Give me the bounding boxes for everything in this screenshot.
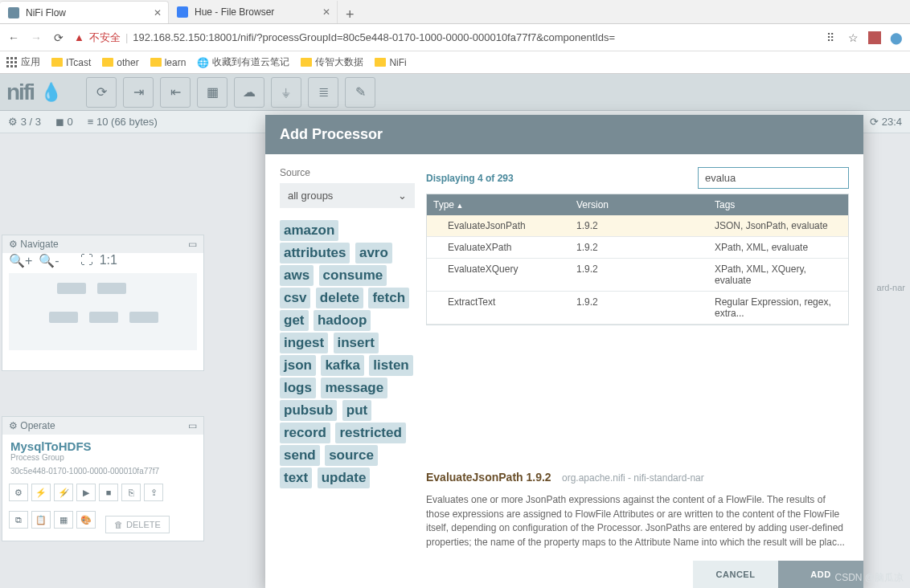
col-version[interactable]: Version (570, 194, 708, 215)
cancel-button[interactable]: CANCEL (693, 561, 778, 588)
copy-icon[interactable]: ⧉ (9, 511, 28, 529)
tag-ingest[interactable]: ingest (280, 333, 328, 353)
start-icon[interactable]: ▶ (76, 484, 96, 501)
enable-icon[interactable]: ⚡ (31, 484, 51, 501)
bookmark-itcast[interactable]: ITcast (51, 57, 91, 68)
tab-title: NiFi Flow (26, 7, 66, 18)
url-field[interactable]: ▲ 不安全 | 192.168.52.150:18001/nifi/?proce… (74, 31, 815, 45)
bookmark-learn[interactable]: learn (150, 57, 187, 68)
template-icon[interactable]: ⎘ (121, 484, 141, 501)
tag-avro[interactable]: avro (355, 243, 392, 263)
tag-source[interactable]: source (325, 445, 378, 466)
tag-send[interactable]: send (280, 445, 320, 466)
bookmark-other[interactable]: other (102, 57, 138, 68)
disable-icon[interactable]: ⚡̸ (54, 484, 73, 501)
table-row[interactable]: EvaluateJsonPath1.9.2JSON, JsonPath, eva… (427, 215, 848, 237)
actual-icon[interactable]: 1:1 (100, 253, 117, 268)
tag-restricted[interactable]: restricted (335, 423, 405, 443)
tag-update[interactable]: update (318, 468, 371, 488)
star-icon[interactable]: ☆ (846, 31, 860, 44)
tag-consume[interactable]: consume (319, 265, 387, 286)
fit-icon[interactable]: ⛶ (80, 253, 93, 268)
zoom-in-icon[interactable]: 🔍+ (9, 253, 32, 268)
zoom-out-icon[interactable]: 🔍- (39, 253, 59, 268)
nar-hint: ard-nar (877, 283, 905, 292)
stopped-count: ◼ 0 (55, 116, 73, 128)
result-count: Displaying 4 of 293 (426, 173, 514, 184)
tag-logs[interactable]: logs (280, 378, 316, 398)
new-tab-button[interactable]: + (338, 6, 363, 23)
paste-icon[interactable]: 📋 (31, 511, 51, 529)
watermark: CSDN @脑瓜凉 (834, 571, 904, 585)
color-icon[interactable]: 🎨 (76, 511, 96, 529)
browser-tab-nifi[interactable]: NiFi Flow ✕ (0, 1, 169, 23)
close-icon[interactable]: ✕ (154, 7, 162, 18)
tag-text[interactable]: text (280, 468, 312, 488)
upload-icon[interactable]: ⇪ (144, 484, 163, 501)
bookmark-nifi[interactable]: NiFi (375, 57, 406, 68)
apps-button[interactable]: 应用 (6, 55, 40, 69)
configure-icon[interactable]: ⚙ (9, 484, 28, 501)
processor-icon[interactable]: ⟳ (86, 77, 117, 108)
browser-tab-hue[interactable]: Hue - File Browser ✕ (169, 1, 338, 23)
tag-aws[interactable]: aws (280, 265, 314, 286)
table-row[interactable]: EvaluateXPath1.9.2XPath, XML, evaluate (427, 237, 848, 259)
bookmark-youdao[interactable]: 🌐收藏到有道云笔记 (197, 55, 289, 69)
col-tags[interactable]: Tags (708, 194, 848, 215)
tag-attributes[interactable]: attributes (280, 243, 350, 263)
tag-fetch[interactable]: fetch (368, 288, 409, 308)
bookmark-bigdata[interactable]: 传智大数据 (301, 55, 363, 69)
delete-button[interactable]: 🗑 DELETE (105, 516, 170, 533)
stop-icon[interactable]: ■ (99, 484, 118, 501)
group-icon[interactable]: ▦ (54, 511, 73, 529)
input-port-icon[interactable]: ⇥ (123, 77, 154, 108)
tag-insert[interactable]: insert (334, 333, 379, 353)
svg-rect-0 (6, 57, 9, 59)
label-icon[interactable]: ✎ (345, 77, 375, 108)
process-group-icon[interactable]: ▦ (197, 77, 228, 108)
table-row[interactable]: ExtractText1.9.2Regular Expression, rege… (427, 292, 848, 325)
gear-icon[interactable]: ⚙ Navigate (9, 239, 59, 250)
tag-message[interactable]: message (321, 378, 387, 398)
nifi-toolbar: nifi 💧 ⟳ ⇥ ⇤ ▦ ☁ ⏚ ≣ ✎ (0, 74, 910, 111)
drop-icon: 💧 (40, 82, 62, 103)
table-row[interactable]: EvaluateXQuery1.9.2XPath, XML, XQuery, e… (427, 259, 848, 292)
tag-kafka[interactable]: kafka (321, 355, 363, 376)
tag-csv[interactable]: csv (280, 288, 310, 308)
process-group-name: MysqlToHDFS (10, 439, 195, 453)
remote-group-icon[interactable]: ☁ (234, 77, 264, 108)
tag-pubsub[interactable]: pubsub (280, 400, 337, 421)
collapse-icon[interactable]: ▭ (188, 239, 197, 250)
col-type[interactable]: Type (427, 194, 570, 215)
translate-icon[interactable]: ⠿ (823, 31, 838, 44)
add-processor-dialog: Add Processor Source all groups ⌄ amazon… (265, 115, 863, 588)
tag-hadoop[interactable]: hadoop (314, 310, 371, 331)
tab-title: Hue - File Browser (195, 6, 274, 18)
tag-amazon[interactable]: amazon (280, 220, 338, 241)
funnel-icon[interactable]: ⏚ (271, 77, 301, 108)
forward-icon[interactable]: → (29, 31, 43, 44)
tag-delete[interactable]: delete (316, 288, 363, 308)
tag-json[interactable]: json (280, 355, 316, 376)
filter-input[interactable] (698, 167, 849, 189)
back-icon[interactable]: ← (6, 31, 21, 44)
refresh-icon[interactable]: ⟳ 23:4 (870, 116, 902, 128)
profile-icon[interactable]: ⬤ (889, 31, 904, 44)
output-port-icon[interactable]: ⇤ (160, 77, 191, 108)
warning-icon: ▲ (74, 31, 84, 43)
extension-icon[interactable] (868, 31, 881, 44)
source-dropdown[interactable]: all groups ⌄ (280, 183, 415, 208)
svg-rect-3 (6, 61, 9, 63)
tag-listen[interactable]: listen (369, 355, 412, 376)
processor-table: Type Version Tags EvaluateJsonPath1.9.2J… (426, 194, 849, 325)
detail-title: EvaluateJsonPath 1.9.2 (426, 471, 551, 484)
reload-icon[interactable]: ⟳ (51, 31, 66, 44)
collapse-icon[interactable]: ▭ (188, 420, 197, 431)
tag-get[interactable]: get (280, 310, 309, 331)
tag-record[interactable]: record (280, 423, 330, 443)
close-icon[interactable]: ✕ (322, 6, 330, 18)
gear-icon[interactable]: ⚙ Operate (9, 420, 55, 431)
tag-put[interactable]: put (342, 400, 371, 421)
template-icon[interactable]: ≣ (308, 77, 338, 108)
minimap[interactable] (9, 273, 197, 350)
